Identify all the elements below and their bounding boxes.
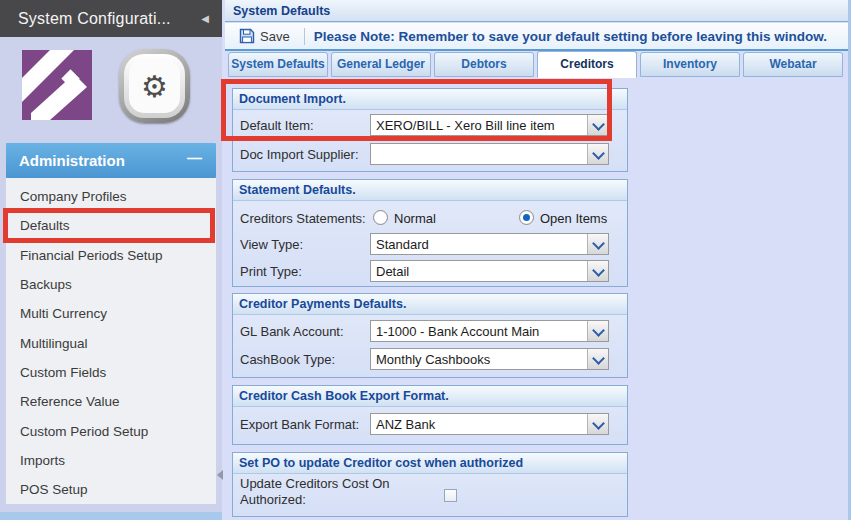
toolbar-note: Please Note: Remember to save your defau… <box>314 29 827 44</box>
print-type-value: Detail <box>376 264 584 279</box>
panel-title-bar: System Defaults <box>225 0 851 22</box>
sidebar: System Configurati... ◀ ⚙ Administration… <box>0 0 222 520</box>
view-type-select[interactable]: Standard <box>370 233 609 255</box>
radio-normal-label: Normal <box>394 211 436 226</box>
row-doc-import-supplier: Doc Import Supplier: <box>233 141 627 167</box>
view-type-label: View Type: <box>240 237 303 252</box>
save-button[interactable]: Save <box>234 26 295 46</box>
radio-open-items[interactable] <box>519 210 534 225</box>
gl-bank-account-label: GL Bank Account: <box>240 324 344 339</box>
print-type-select[interactable]: Detail <box>370 260 609 282</box>
section-document-import: Document Import. Default Item: XERO/BILL… <box>232 88 628 172</box>
tab-debtors[interactable]: Debtors <box>434 52 534 77</box>
print-type-dropdown-button[interactable] <box>587 261 608 281</box>
section-po-update-creditor-cost: Set PO to update Creditor cost when auth… <box>232 452 628 517</box>
cashbook-type-dropdown-button[interactable] <box>587 349 608 369</box>
row-default-item: Default Item: XERO/BILL - Xero Bill line… <box>233 112 627 138</box>
tab-inventory[interactable]: Inventory <box>640 52 740 77</box>
sidebar-item-custom-fields[interactable]: Custom Fields <box>6 358 216 387</box>
sidebar-item-company-profiles[interactable]: Company Profiles <box>6 182 216 211</box>
row-export-bank-format: Export Bank Format: ANZ Bank <box>233 411 627 437</box>
cashbook-type-select[interactable]: Monthly Cashbooks <box>370 348 609 370</box>
page-title: System Defaults <box>233 4 330 18</box>
radio-open-items-label: Open Items <box>540 211 607 226</box>
update-creditors-cost-checkbox[interactable] <box>444 489 457 502</box>
row-gl-bank-account: GL Bank Account: 1-1000 - Bank Account M… <box>233 318 627 344</box>
chevron-down-icon <box>592 324 605 337</box>
sidebar-item-imports[interactable]: Imports <box>6 446 216 475</box>
cashbook-type-label: CashBook Type: <box>240 352 335 367</box>
export-bank-format-dropdown-button[interactable] <box>587 414 608 434</box>
gl-bank-account-dropdown-button[interactable] <box>587 321 608 341</box>
settings-gear-badge[interactable]: ⚙ <box>119 49 190 123</box>
system-configuration-window: System Configurati... ◀ ⚙ Administration… <box>0 0 851 520</box>
toolbar-separator <box>304 28 305 45</box>
gl-bank-account-value: 1-1000 - Bank Account Main <box>376 324 584 339</box>
sidebar-item-pos-setup[interactable]: POS Setup <box>6 475 216 504</box>
view-type-value: Standard <box>376 237 584 252</box>
creditors-statements-label: Creditors Statements: <box>240 211 366 226</box>
sidebar-item-backups[interactable]: Backups <box>6 270 216 299</box>
row-cashbook-type: CashBook Type: Monthly Cashbooks <box>233 346 627 372</box>
sidebar-header: System Configurati... ◀ <box>0 0 222 37</box>
cashbook-type-value: Monthly Cashbooks <box>376 352 584 367</box>
row-creditors-statements: Creditors Statements: Normal Open Items <box>233 205 627 231</box>
sidebar-item-financial-periods-setup[interactable]: Financial Periods Setup <box>6 241 216 270</box>
tab-general-ledger[interactable]: General Ledger <box>331 52 431 77</box>
section-document-import-header: Document Import. <box>233 89 627 110</box>
sidebar-item-custom-period-setup[interactable]: Custom Period Setup <box>6 416 216 445</box>
sidebar-item-multi-currency[interactable]: Multi Currency <box>6 299 216 328</box>
app-logo <box>22 50 92 120</box>
gl-bank-account-select[interactable]: 1-1000 - Bank Account Main <box>370 320 609 342</box>
section-statement-defaults: Statement Defaults. Creditors Statements… <box>232 179 628 287</box>
sidebar-item-multilingual[interactable]: Multilingual <box>6 328 216 357</box>
row-view-type: View Type: Standard <box>233 231 627 257</box>
doc-import-supplier-select[interactable] <box>370 143 609 165</box>
section-creditor-payments-defaults: Creditor Payments Defaults. GL Bank Acco… <box>232 293 628 378</box>
sidebar-item-defaults[interactable]: Defaults <box>6 211 216 240</box>
save-floppy-icon <box>239 28 255 44</box>
sidebar-section-administration[interactable]: Administration — <box>6 143 216 178</box>
view-type-dropdown-button[interactable] <box>587 234 608 254</box>
collapse-minus-icon[interactable]: — <box>187 149 202 166</box>
section-po-update-header: Set PO to update Creditor cost when auth… <box>233 453 627 474</box>
gear-icon: ⚙ <box>129 59 180 113</box>
row-print-type: Print Type: Detail <box>233 258 627 284</box>
chevron-down-icon <box>592 147 605 160</box>
chevron-down-icon <box>592 264 605 277</box>
default-item-value: XERO/BILL - Xero Bill line item <box>376 118 584 133</box>
sidebar-title: System Configurati... <box>18 10 171 28</box>
sidebar-collapse-icon[interactable]: ◀ <box>201 13 209 24</box>
section-cashbook-export-format: Creditor Cash Book Export Format. Export… <box>232 385 628 445</box>
export-bank-format-label: Export Bank Format: <box>240 417 359 432</box>
default-item-select[interactable]: XERO/BILL - Xero Bill line item <box>370 114 609 136</box>
sidebar-menu: Company Profiles Defaults Financial Peri… <box>6 178 216 504</box>
doc-import-supplier-label: Doc Import Supplier: <box>240 147 359 162</box>
tab-system-defaults[interactable]: System Defaults <box>228 52 328 77</box>
sidebar-item-reference-value[interactable]: Reference Value <box>6 387 216 416</box>
chevron-down-icon <box>592 118 605 131</box>
section-creditor-payments-header: Creditor Payments Defaults. <box>233 294 627 315</box>
toolbar: Save Please Note: Remember to save your … <box>225 23 851 51</box>
default-item-label: Default Item: <box>240 118 314 133</box>
export-bank-format-select[interactable]: ANZ Bank <box>370 413 609 435</box>
doc-import-supplier-dropdown-button[interactable] <box>587 144 608 164</box>
section-cashbook-export-header: Creditor Cash Book Export Format. <box>233 386 627 407</box>
chevron-down-icon <box>592 417 605 430</box>
tab-creditors[interactable]: Creditors <box>537 51 637 78</box>
save-button-label: Save <box>260 29 290 44</box>
radio-normal[interactable] <box>373 210 388 225</box>
tab-webatar[interactable]: Webatar <box>743 52 843 77</box>
section-statement-defaults-header: Statement Defaults. <box>233 180 627 201</box>
default-item-dropdown-button[interactable] <box>587 115 608 135</box>
chevron-down-icon <box>592 352 605 365</box>
splitter-collapse-handle[interactable] <box>217 470 223 480</box>
export-bank-format-value: ANZ Bank <box>376 417 584 432</box>
chevron-down-icon <box>592 237 605 250</box>
print-type-label: Print Type: <box>240 264 302 279</box>
sidebar-bottom-bar <box>0 512 222 520</box>
administration-label: Administration <box>19 152 125 169</box>
update-creditors-cost-label: Update Creditors Cost On Authorized: <box>240 476 440 508</box>
